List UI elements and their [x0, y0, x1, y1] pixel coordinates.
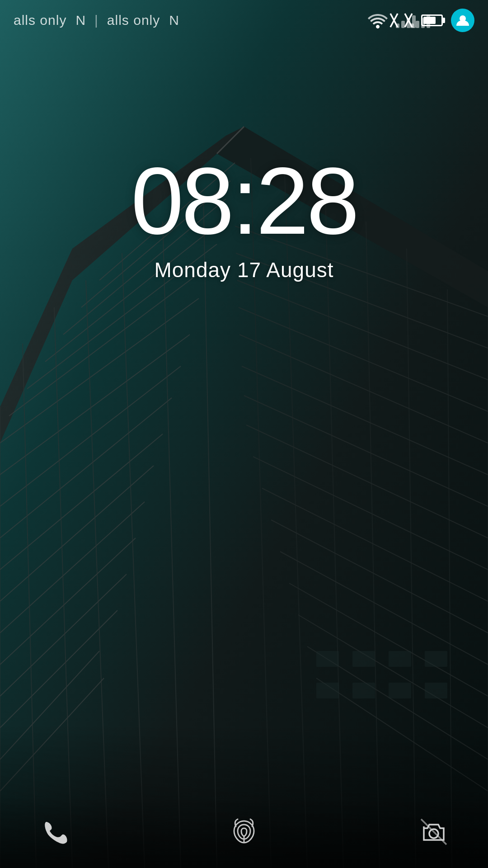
carrier2-network-type: N: [169, 13, 179, 28]
status-left: alls only N | alls only N: [14, 13, 368, 28]
svg-rect-57: [352, 651, 375, 667]
wifi-icon: [368, 12, 388, 28]
signal1-icon: [396, 13, 399, 28]
battery-fill: [423, 17, 436, 24]
profile-avatar-icon[interactable]: [451, 9, 474, 32]
battery-icon: [421, 14, 443, 26]
fingerprint-button[interactable]: [226, 814, 262, 850]
status-bar: alls only N | alls only N: [0, 0, 488, 41]
status-divider: |: [94, 13, 98, 28]
svg-point-68: [429, 829, 438, 838]
carrier1-network-type: N: [75, 13, 85, 28]
status-icons: [368, 9, 474, 32]
lock-screen: alls only N | alls only N: [0, 0, 488, 868]
signal2-icon: [410, 13, 413, 28]
clock-widget: 08:28 Monday 17 August: [0, 154, 488, 282]
svg-rect-54: [389, 683, 411, 698]
svg-rect-58: [389, 651, 411, 667]
svg-rect-56: [316, 651, 339, 667]
svg-rect-52: [316, 683, 339, 698]
clock-date: Monday 17 August: [154, 258, 333, 282]
camera-button[interactable]: [416, 814, 452, 850]
carrier2-label: alls only: [107, 13, 160, 28]
svg-rect-55: [425, 683, 447, 698]
svg-rect-53: [352, 683, 375, 698]
building-illustration: [0, 0, 488, 868]
svg-rect-59: [425, 651, 447, 667]
clock-time: 08:28: [131, 154, 357, 249]
bottom-bar: [0, 796, 488, 868]
phone-button[interactable]: [36, 814, 72, 850]
carrier1-label: alls only: [14, 13, 66, 28]
